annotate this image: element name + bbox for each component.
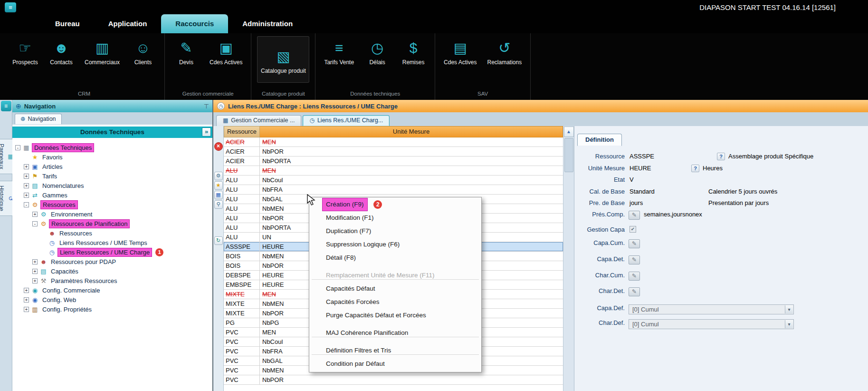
expander-icon[interactable]: -: [32, 221, 38, 226]
app-mini-icon[interactable]: ≡: [1, 101, 11, 111]
menu-tab[interactable]: Raccourcis: [161, 14, 228, 33]
document-tab[interactable]: ◷ Liens Res./UME Charg...: [303, 115, 390, 126]
table-row[interactable]: ALU MEN: [224, 166, 563, 176]
tab-definition[interactable]: Définition: [577, 134, 622, 146]
gestion-capa-checkbox[interactable]: ✔: [630, 226, 636, 233]
column-header-unite-mesure[interactable]: Unité Mesure: [260, 126, 563, 137]
tree-item[interactable]: + ▤ Capacités: [12, 266, 212, 276]
edit-icon[interactable]: ✎: [629, 239, 640, 248]
context-menu-item[interactable]: MAJ Cohérence Planification: [309, 327, 481, 340]
tree-item[interactable]: ★ Favoris: [12, 152, 212, 162]
ribbon-button[interactable]: ☺ Clients: [127, 36, 159, 66]
search-icon[interactable]: ⚲: [214, 200, 223, 209]
menu-tab[interactable]: Bureau: [41, 14, 94, 33]
help-icon[interactable]: ?: [691, 165, 699, 172]
tree-item[interactable]: - ⚙ Ressources de Planification: [12, 219, 212, 228]
table-row[interactable]: ACIER NbPOR: [224, 147, 563, 156]
tree-item[interactable]: + ⇄ Gammes: [12, 190, 212, 200]
ribbon-button[interactable]: ≡ Tarifs Vente: [321, 36, 357, 66]
context-menu-item[interactable]: Création (F9) 2: [309, 198, 481, 212]
edit-icon[interactable]: ✎: [629, 287, 640, 296]
expander-icon[interactable]: +: [24, 307, 29, 312]
expander-icon[interactable]: [41, 240, 46, 245]
capa-def-dropdown[interactable]: [0] Cumul ▾: [629, 304, 794, 314]
tree-item[interactable]: + ⚑ Tarifs: [12, 171, 212, 181]
char-def-dropdown[interactable]: [0] Cumul ▾: [629, 319, 794, 329]
edit-icon[interactable]: ✎: [629, 255, 640, 264]
context-menu-item[interactable]: Suppression Logique (F6): [309, 238, 481, 252]
favorite-icon[interactable]: ★: [214, 181, 223, 190]
menu-tab[interactable]: Application: [94, 14, 162, 33]
context-menu-item[interactable]: Condition par Défaut: [309, 358, 481, 371]
column-header-ressource[interactable]: Ressource: [224, 126, 260, 137]
expander-icon[interactable]: +: [24, 174, 29, 179]
table-row[interactable]: ALU NbCoul: [224, 176, 563, 185]
expander-icon[interactable]: +: [24, 164, 29, 169]
expander-icon[interactable]: -: [24, 202, 29, 207]
ribbon-button[interactable]: ↺ Reclamations: [484, 36, 525, 66]
expander-icon[interactable]: [24, 155, 29, 160]
ribbon-button[interactable]: ☻ Contacts: [46, 36, 77, 66]
tree-item[interactable]: + ▤ Nomenclatures: [12, 181, 212, 190]
table-row[interactable]: ACIER NbPORTA: [224, 156, 563, 166]
navigation-tab[interactable]: ⊕ Navigation: [15, 114, 62, 124]
chevron-down-icon[interactable]: ▾: [785, 305, 793, 313]
tree-item[interactable]: - ⚙ Ressources: [12, 200, 212, 209]
ribbon-button[interactable]: ▥ Commerciaux: [82, 36, 123, 66]
tree-item[interactable]: + ⚙ Environnement: [12, 209, 212, 219]
context-menu-item[interactable]: Définition Filtres et Tris: [309, 344, 481, 358]
ribbon-button[interactable]: $ Remises: [398, 36, 429, 66]
expander-icon[interactable]: -: [15, 145, 20, 150]
cal-value[interactable]: Standard: [630, 188, 655, 195]
image-icon[interactable]: ▦: [214, 191, 223, 199]
ribbon-button[interactable]: ▤ Cdes Actives: [441, 36, 479, 66]
context-menu-item[interactable]: Duplication (F7): [309, 225, 481, 238]
context-menu-item[interactable]: Capacités Défaut: [309, 283, 481, 296]
help-icon[interactable]: ?: [717, 153, 725, 160]
pre-value[interactable]: jours: [630, 199, 643, 206]
menu-tab[interactable]: Administration: [228, 14, 307, 33]
scrollbar-thumb[interactable]: [564, 138, 573, 172]
expander-icon[interactable]: +: [32, 269, 38, 274]
expander-icon[interactable]: +: [24, 183, 29, 188]
tree-item[interactable]: + ◉ Config. Web: [12, 295, 212, 304]
expander-icon[interactable]: [41, 231, 46, 236]
ribbon-button[interactable]: ▣ Cdes Actives: [207, 36, 245, 66]
ribbon-button[interactable]: ✎ Devis: [171, 36, 202, 66]
pin-icon[interactable]: ⊤: [204, 103, 209, 110]
tree-item[interactable]: + ◉ Config. Commerciale: [12, 285, 212, 295]
ribbon-button[interactable]: ◷ Délais: [362, 36, 393, 66]
ribbon-button[interactable]: ☞ Prospects: [10, 36, 41, 66]
table-row[interactable]: PVC NbPOR: [224, 375, 563, 385]
expander-icon[interactable]: +: [24, 297, 29, 303]
expander-icon[interactable]: [41, 250, 46, 255]
chevron-down-icon[interactable]: ▾: [785, 320, 793, 328]
table-row[interactable]: ACIER MEN: [224, 137, 563, 147]
expander-icon[interactable]: +: [24, 288, 29, 293]
tree-item[interactable]: ◷ Liens Ressources / UME Charge 1: [12, 247, 212, 257]
unite-value[interactable]: HEURE: [630, 165, 651, 172]
settings-icon[interactable]: ⚙: [214, 172, 223, 180]
ressource-value[interactable]: ASSSPE: [630, 153, 654, 160]
tree-item[interactable]: + ☻ Ressources pour PDAP: [12, 257, 212, 266]
context-menu-item[interactable]: Capacités Forcées: [309, 296, 481, 309]
document-tab[interactable]: ▦ Gestion Commerciale ...: [216, 115, 301, 126]
tree-item[interactable]: + ▥ Config. Propriétés: [12, 304, 212, 314]
tree-item[interactable]: - ▦ Données Techniques: [12, 143, 212, 152]
expander-icon[interactable]: +: [24, 193, 29, 198]
context-menu-item[interactable]: Détail (F8): [309, 252, 481, 265]
expander-icon[interactable]: +: [32, 278, 38, 283]
expander-icon[interactable]: +: [32, 259, 38, 264]
context-menu-item[interactable]: Modification (F1): [309, 212, 481, 225]
close-icon[interactable]: ×: [214, 142, 223, 151]
tree-item[interactable]: + ⚒ Paramètres Ressources: [12, 276, 212, 285]
tree-item[interactable]: + ▣ Articles: [12, 162, 212, 171]
tree-item[interactable]: ☻ Ressources: [12, 228, 212, 238]
edit-icon[interactable]: ✎: [629, 272, 640, 281]
context-menu-item[interactable]: Purge Capacités Défaut et Forcées: [309, 309, 481, 323]
expander-icon[interactable]: +: [32, 212, 38, 217]
app-icon[interactable]: ≡: [5, 2, 16, 12]
refresh-icon[interactable]: ↻: [214, 236, 223, 245]
tree-item[interactable]: ◷ Liens Ressources / UME Temps: [12, 238, 212, 247]
scroll-up-icon[interactable]: ▲: [564, 127, 574, 137]
